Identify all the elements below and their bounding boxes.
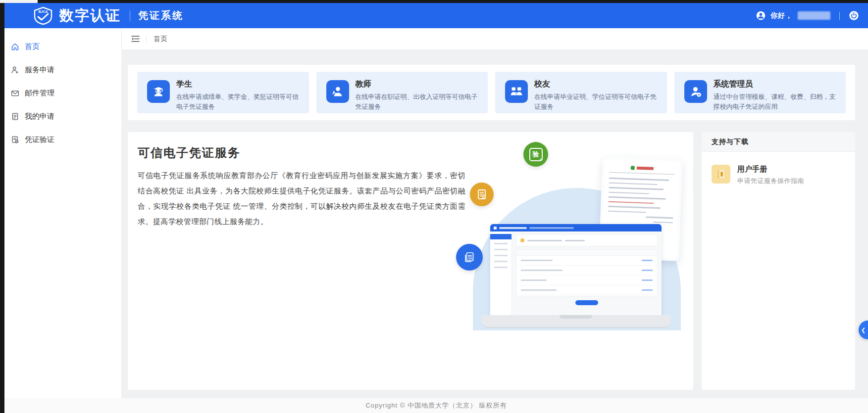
sidebar-item-home[interactable]: 首页 <box>4 35 121 58</box>
page-footer: Copyright © 中国地质大学（北京） 版权所有 <box>4 398 868 413</box>
role-cards-container: 学生 在线申请成绩单、奖学金、奖惩证明等可信电子凭证服务 教师 在线申请在职证明… <box>128 65 855 120</box>
brand-name: 数字认证 <box>59 6 121 26</box>
sidebar-item-label: 首页 <box>25 42 40 51</box>
panel-expand-tab[interactable]: ❮ <box>859 321 868 339</box>
role-card-text: 教师 在线申请在职证明、出收入证明等可信电子凭证服务 <box>356 79 479 107</box>
role-card-desc: 在线申请毕业证明、学位证明等可信电子凭证服务 <box>534 92 658 112</box>
sidebar-item-label: 邮件管理 <box>25 89 54 98</box>
manual-desc: 申请凭证服务操作指南 <box>737 177 804 185</box>
admin-icon <box>684 80 707 103</box>
manual-book-icon <box>712 165 730 184</box>
credential-verify-icon <box>10 135 19 144</box>
sidebar-item-label: 我的申请 <box>25 112 54 121</box>
breadcrumb-divider <box>146 36 147 43</box>
support-download-panel: 支持与下载 用户手册 申请凭证服务操作指南 <box>702 132 855 390</box>
my-applications-icon <box>10 112 19 121</box>
home-icon <box>10 42 19 51</box>
sidebar-item-mail[interactable]: 邮件管理 <box>4 82 121 104</box>
sidebar-item-label: 服务申请 <box>25 65 54 75</box>
intro-panel: 可信电子凭证服务 可信电子凭证服务系统响应教育部办公厅《教育行业密码应用与创新发… <box>128 132 693 390</box>
mail-icon <box>10 89 19 97</box>
role-card-text: 校友 在线申请毕业证明、学位证明等可信电子凭证服务 <box>534 79 658 107</box>
document-info-icon <box>470 183 494 206</box>
role-card-title: 系统管理员 <box>714 79 837 90</box>
page-root: BJCA 数字认证 凭证系统 你好， <box>0 0 868 413</box>
role-card-desc: 在线申请成绩单、奖学金、奖惩证明等可信电子凭证服务 <box>176 92 300 112</box>
sidebar-nav: 首页 服务申请 邮件管理 我的申请 凭证验证 <box>4 28 121 398</box>
role-card-title: 教师 <box>356 79 479 90</box>
student-icon <box>147 80 170 103</box>
bjca-shield-icon: BJCA <box>33 6 53 25</box>
role-card-teacher[interactable]: 教师 在线申请在职证明、出收入证明等可信电子凭证服务 <box>316 72 488 113</box>
sidebar-item-credential-verify[interactable]: 凭证验证 <box>4 128 121 151</box>
user-avatar-icon <box>756 11 766 20</box>
power-icon[interactable] <box>849 10 859 21</box>
breadcrumb-current[interactable]: 首页 <box>153 35 168 44</box>
intro-title: 可信电子凭证服务 <box>138 145 241 161</box>
manual-title: 用户手册 <box>737 165 804 174</box>
verify-badge-icon: 验✓ <box>523 142 548 167</box>
brand-logo[interactable]: BJCA 数字认证 <box>33 6 121 26</box>
intro-body: 可信电子凭证服务系统响应教育部办公厅《教育行业密码应用与创新发展实施方案》要求，… <box>138 168 465 229</box>
documents-sign-icon <box>456 244 483 271</box>
role-card-title: 学生 <box>176 79 300 90</box>
teacher-icon <box>326 80 349 103</box>
app-title: 凭证系统 <box>138 9 184 22</box>
copyright-text: Copyright © 中国地质大学（北京） 版权所有 <box>365 401 507 410</box>
sidebar-item-service-apply[interactable]: 服务申请 <box>4 58 121 81</box>
app-header: BJCA 数字认证 凭证系统 你好， <box>4 3 868 28</box>
menu-fold-icon[interactable] <box>130 34 140 44</box>
role-card-title: 校友 <box>534 79 658 90</box>
role-card-student[interactable]: 学生 在线申请成绩单、奖学金、奖惩证明等可信电子凭证服务 <box>137 72 309 113</box>
manual-text: 用户手册 申请凭证服务操作指南 <box>737 165 804 185</box>
role-card-admin[interactable]: 系统管理员 通过中台管理模板、课程、收费、归档，支撑校内电子凭证的应用 <box>674 72 846 113</box>
role-card-text: 系统管理员 通过中台管理模板、课程、收费、归档，支撑校内电子凭证的应用 <box>714 79 837 107</box>
role-card-desc: 在线申请在职证明、出收入证明等可信电子凭证服务 <box>356 92 479 112</box>
laptop-illustration <box>490 224 662 315</box>
header-user-area: 你好， <box>756 10 859 21</box>
alumni-icon <box>505 80 528 103</box>
sidebar-item-my-applications[interactable]: 我的申请 <box>4 105 121 128</box>
role-card-desc: 通过中台管理模板、课程、收费、归档，支撑校内电子凭证的应用 <box>714 92 837 112</box>
brand-divider <box>130 10 130 21</box>
role-card-text: 学生 在线申请成绩单、奖学金、奖惩证明等可信电子凭证服务 <box>176 79 300 107</box>
role-card-alumni[interactable]: 校友 在线申请毕业证明、学位证明等可信电子凭证服务 <box>495 72 667 113</box>
header-divider <box>839 12 840 20</box>
breadcrumb-bar: 首页 <box>121 28 868 49</box>
laptop-base <box>481 315 671 328</box>
support-panel-title: 支持与下载 <box>702 132 855 152</box>
sidebar-item-label: 凭证验证 <box>25 135 54 144</box>
user-manual-item[interactable]: 用户手册 申请凭证服务操作指南 <box>702 152 855 185</box>
svg-text:BJCA: BJCA <box>38 10 48 13</box>
left-edge <box>0 3 4 413</box>
service-apply-icon <box>10 65 19 74</box>
chevron-left-icon: ❮ <box>861 327 866 333</box>
greeting-text: 你好， <box>770 11 793 20</box>
user-name-redacted <box>798 11 830 20</box>
